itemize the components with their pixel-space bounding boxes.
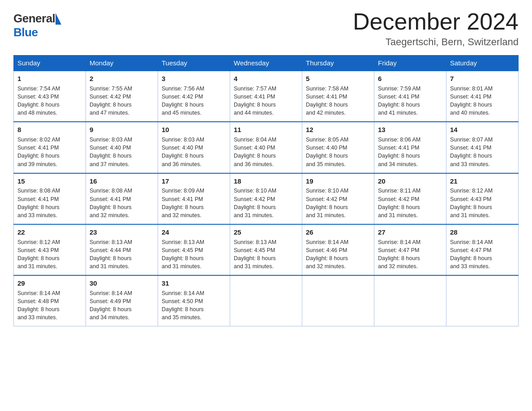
day-number: 9: [90, 125, 154, 135]
day-info: Sunrise: 8:14 AMSunset: 4:49 PMDaylight:…: [90, 289, 154, 322]
day-info: Sunrise: 8:01 AMSunset: 4:41 PMDaylight:…: [450, 85, 515, 117]
day-number: 28: [450, 227, 515, 237]
week-row-5: 29Sunrise: 8:14 AMSunset: 4:48 PMDayligh…: [14, 275, 519, 326]
calendar-cell: 3Sunrise: 7:56 AMSunset: 4:42 PMDaylight…: [158, 71, 230, 122]
day-number: 26: [306, 227, 370, 237]
week-row-4: 22Sunrise: 8:12 AMSunset: 4:43 PMDayligh…: [14, 224, 519, 275]
calendar-cell: 24Sunrise: 8:13 AMSunset: 4:45 PMDayligh…: [158, 224, 230, 275]
logo-general-text: General: [13, 12, 55, 26]
day-number: 4: [234, 74, 298, 84]
day-number: 18: [234, 176, 298, 186]
calendar-cell: 25Sunrise: 8:13 AMSunset: 4:45 PMDayligh…: [230, 224, 302, 275]
day-number: 22: [17, 227, 82, 237]
calendar-cell: [446, 275, 519, 326]
day-number: 29: [17, 278, 82, 288]
calendar-cell: 26Sunrise: 8:14 AMSunset: 4:46 PMDayligh…: [302, 224, 374, 275]
calendar-cell: 5Sunrise: 7:58 AMSunset: 4:41 PMDaylight…: [302, 71, 374, 122]
week-row-2: 8Sunrise: 8:02 AMSunset: 4:41 PMDaylight…: [14, 122, 519, 173]
day-number: 21: [450, 176, 515, 186]
day-info: Sunrise: 7:57 AMSunset: 4:41 PMDaylight:…: [234, 85, 298, 117]
calendar-cell: 29Sunrise: 8:14 AMSunset: 4:48 PMDayligh…: [14, 275, 86, 326]
calendar-cell: 31Sunrise: 8:14 AMSunset: 4:50 PMDayligh…: [158, 275, 230, 326]
title-area: December 2024 Taegertschi, Bern, Switzer…: [353, 9, 519, 48]
day-number: 11: [234, 125, 298, 135]
day-info: Sunrise: 8:03 AMSunset: 4:40 PMDaylight:…: [90, 136, 154, 168]
day-info: Sunrise: 8:10 AMSunset: 4:42 PMDaylight:…: [306, 187, 370, 219]
day-info: Sunrise: 8:14 AMSunset: 4:47 PMDaylight:…: [450, 238, 515, 271]
calendar-cell: 30Sunrise: 8:14 AMSunset: 4:49 PMDayligh…: [86, 275, 158, 326]
day-info: Sunrise: 7:55 AMSunset: 4:42 PMDaylight:…: [90, 85, 154, 117]
day-number: 2: [90, 74, 154, 84]
day-info: Sunrise: 8:05 AMSunset: 4:40 PMDaylight:…: [306, 136, 370, 168]
location-title: Taegertschi, Bern, Switzerland: [353, 36, 519, 48]
day-info: Sunrise: 8:08 AMSunset: 4:41 PMDaylight:…: [90, 187, 154, 219]
day-number: 6: [378, 74, 442, 84]
calendar-cell: 14Sunrise: 8:07 AMSunset: 4:41 PMDayligh…: [446, 122, 519, 173]
logo: General Blue: [13, 9, 61, 39]
week-row-1: 1Sunrise: 7:54 AMSunset: 4:43 PMDaylight…: [14, 71, 519, 122]
weekday-header-saturday: Saturday: [446, 56, 519, 71]
calendar-cell: 15Sunrise: 8:08 AMSunset: 4:41 PMDayligh…: [14, 173, 86, 224]
calendar-cell: 27Sunrise: 8:14 AMSunset: 4:47 PMDayligh…: [374, 224, 446, 275]
logo-blue-text: Blue: [13, 26, 38, 39]
calendar-cell: [302, 275, 374, 326]
weekday-header-sunday: Sunday: [14, 56, 86, 71]
weekday-header-thursday: Thursday: [302, 56, 374, 71]
day-number: 20: [378, 176, 442, 186]
day-info: Sunrise: 8:12 AMSunset: 4:43 PMDaylight:…: [17, 238, 82, 271]
calendar-cell: 28Sunrise: 8:14 AMSunset: 4:47 PMDayligh…: [446, 224, 519, 275]
day-info: Sunrise: 8:08 AMSunset: 4:41 PMDaylight:…: [17, 187, 82, 219]
calendar-cell: 4Sunrise: 7:57 AMSunset: 4:41 PMDaylight…: [230, 71, 302, 122]
header: General Blue December 2024 Taegertschi, …: [13, 9, 519, 48]
day-info: Sunrise: 7:54 AMSunset: 4:43 PMDaylight:…: [17, 85, 82, 117]
weekday-header-tuesday: Tuesday: [158, 56, 230, 71]
day-number: 31: [162, 278, 226, 288]
day-info: Sunrise: 8:09 AMSunset: 4:41 PMDaylight:…: [162, 187, 226, 219]
day-number: 16: [90, 176, 154, 186]
calendar-table: SundayMondayTuesdayWednesdayThursdayFrid…: [13, 55, 519, 326]
week-row-3: 15Sunrise: 8:08 AMSunset: 4:41 PMDayligh…: [14, 173, 519, 224]
day-info: Sunrise: 8:11 AMSunset: 4:42 PMDaylight:…: [378, 187, 442, 219]
day-info: Sunrise: 8:14 AMSunset: 4:48 PMDaylight:…: [17, 289, 82, 322]
calendar-cell: 21Sunrise: 8:12 AMSunset: 4:43 PMDayligh…: [446, 173, 519, 224]
day-number: 1: [17, 74, 82, 84]
weekday-header-wednesday: Wednesday: [230, 56, 302, 71]
calendar-cell: 12Sunrise: 8:05 AMSunset: 4:40 PMDayligh…: [302, 122, 374, 173]
day-info: Sunrise: 7:58 AMSunset: 4:41 PMDaylight:…: [306, 85, 370, 117]
logo-triangle-icon: [56, 13, 61, 25]
day-info: Sunrise: 8:12 AMSunset: 4:43 PMDaylight:…: [450, 187, 515, 219]
day-number: 19: [306, 176, 370, 186]
day-number: 12: [306, 125, 370, 135]
day-info: Sunrise: 8:13 AMSunset: 4:45 PMDaylight:…: [234, 238, 298, 271]
day-info: Sunrise: 8:03 AMSunset: 4:40 PMDaylight:…: [162, 136, 226, 168]
calendar-cell: 19Sunrise: 8:10 AMSunset: 4:42 PMDayligh…: [302, 173, 374, 224]
calendar-cell: 18Sunrise: 8:10 AMSunset: 4:42 PMDayligh…: [230, 173, 302, 224]
day-info: Sunrise: 8:13 AMSunset: 4:44 PMDaylight:…: [90, 238, 154, 271]
day-info: Sunrise: 8:13 AMSunset: 4:45 PMDaylight:…: [162, 238, 226, 271]
calendar-cell: 16Sunrise: 8:08 AMSunset: 4:41 PMDayligh…: [86, 173, 158, 224]
calendar-cell: [374, 275, 446, 326]
calendar-cell: [230, 275, 302, 326]
day-info: Sunrise: 7:59 AMSunset: 4:41 PMDaylight:…: [378, 85, 442, 117]
day-number: 15: [17, 176, 82, 186]
day-number: 13: [378, 125, 442, 135]
day-number: 30: [90, 278, 154, 288]
day-number: 27: [378, 227, 442, 237]
day-number: 3: [162, 74, 226, 84]
day-info: Sunrise: 8:10 AMSunset: 4:42 PMDaylight:…: [234, 187, 298, 219]
day-info: Sunrise: 8:07 AMSunset: 4:41 PMDaylight:…: [450, 136, 515, 168]
calendar-cell: 8Sunrise: 8:02 AMSunset: 4:41 PMDaylight…: [14, 122, 86, 173]
day-number: 7: [450, 74, 515, 84]
calendar-cell: 20Sunrise: 8:11 AMSunset: 4:42 PMDayligh…: [374, 173, 446, 224]
weekday-header-friday: Friday: [374, 56, 446, 71]
day-number: 14: [450, 125, 515, 135]
calendar-cell: 7Sunrise: 8:01 AMSunset: 4:41 PMDaylight…: [446, 71, 519, 122]
day-number: 23: [90, 227, 154, 237]
weekday-header-row: SundayMondayTuesdayWednesdayThursdayFrid…: [14, 56, 519, 71]
day-number: 10: [162, 125, 226, 135]
day-number: 25: [234, 227, 298, 237]
month-title: December 2024: [353, 9, 519, 34]
calendar-cell: 9Sunrise: 8:03 AMSunset: 4:40 PMDaylight…: [86, 122, 158, 173]
day-info: Sunrise: 8:06 AMSunset: 4:41 PMDaylight:…: [378, 136, 442, 168]
calendar-cell: 6Sunrise: 7:59 AMSunset: 4:41 PMDaylight…: [374, 71, 446, 122]
